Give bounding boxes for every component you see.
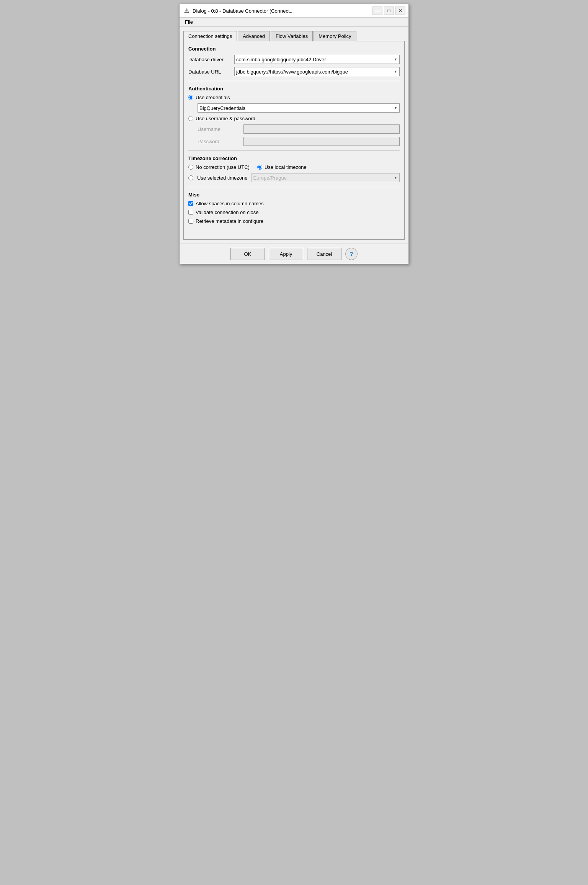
tab-flow-variables[interactable]: Flow Variables bbox=[271, 31, 313, 41]
file-menu[interactable]: File bbox=[183, 18, 195, 26]
database-url-select-wrapper: jdbc:bigquery://https://www.googleapis.c… bbox=[234, 67, 400, 76]
cancel-button[interactable]: Cancel bbox=[307, 248, 341, 260]
database-driver-label: Database driver bbox=[188, 57, 234, 62]
tab-panel: Connection Database driver com.simba.goo… bbox=[183, 41, 405, 240]
database-driver-row: Database driver com.simba.googlebigquery… bbox=[188, 55, 400, 64]
use-selected-timezone-row: Use selected timezone Europe/Prague bbox=[188, 173, 400, 182]
close-button[interactable]: ✕ bbox=[395, 7, 405, 15]
database-url-row: Database URL jdbc:bigquery://https://www… bbox=[188, 67, 400, 76]
retrieve-metadata-checkbox[interactable] bbox=[188, 219, 193, 224]
use-selected-radio[interactable] bbox=[188, 175, 193, 180]
timezone-options-row: No correction (use UTC) Use local timezo… bbox=[188, 164, 400, 170]
database-driver-select[interactable]: com.simba.googlebigquery.jdbc42.Driver bbox=[234, 55, 400, 64]
no-correction-label[interactable]: No correction (use UTC) bbox=[196, 164, 250, 170]
retrieve-metadata-row: Retrieve metadata in configure bbox=[188, 218, 400, 224]
ok-button[interactable]: OK bbox=[230, 248, 265, 260]
tab-memory-policy[interactable]: Memory Policy bbox=[314, 31, 356, 41]
no-correction-row: No correction (use UTC) bbox=[188, 164, 250, 170]
credentials-select[interactable]: BigQueryCredentials bbox=[198, 103, 400, 113]
use-local-label[interactable]: Use local timezone bbox=[265, 164, 307, 170]
window-controls: — □ ✕ bbox=[372, 7, 405, 15]
connection-section-label: Connection bbox=[188, 46, 400, 52]
title-bar: ⚠ Dialog - 0:8 - Database Connector (Con… bbox=[180, 4, 408, 18]
minimize-button[interactable]: — bbox=[372, 7, 382, 15]
use-credentials-label[interactable]: Use credentials bbox=[196, 95, 230, 100]
use-username-password-label[interactable]: Use username & password bbox=[196, 116, 255, 121]
username-password-section: Username Password bbox=[198, 124, 400, 146]
database-url-label: Database URL bbox=[188, 69, 234, 75]
retrieve-metadata-label[interactable]: Retrieve metadata in configure bbox=[196, 218, 263, 224]
allow-spaces-checkbox[interactable] bbox=[188, 201, 193, 206]
allow-spaces-row: Allow spaces in column names bbox=[188, 201, 400, 206]
timezone-select-wrapper: Europe/Prague bbox=[252, 173, 400, 182]
validate-connection-checkbox[interactable] bbox=[188, 210, 193, 215]
username-input[interactable] bbox=[243, 124, 400, 134]
tab-advanced[interactable]: Advanced bbox=[238, 31, 270, 41]
password-input[interactable] bbox=[243, 137, 400, 146]
auth-section-label: Authentication bbox=[188, 86, 400, 92]
window-title: Dialog - 0:8 - Database Connector (Conne… bbox=[193, 8, 294, 14]
no-correction-radio[interactable] bbox=[188, 165, 193, 170]
use-username-password-row: Use username & password bbox=[188, 116, 400, 121]
use-credentials-row: Use credentials bbox=[188, 95, 400, 100]
database-driver-select-wrapper: com.simba.googlebigquery.jdbc42.Driver bbox=[234, 55, 400, 64]
main-window: ⚠ Dialog - 0:8 - Database Connector (Con… bbox=[179, 4, 409, 264]
title-bar-left: ⚠ Dialog - 0:8 - Database Connector (Con… bbox=[183, 7, 294, 15]
tab-bar: Connection settings Advanced Flow Variab… bbox=[183, 31, 405, 41]
timezone-select[interactable]: Europe/Prague bbox=[252, 173, 400, 182]
bottom-buttons: OK Apply Cancel ? bbox=[180, 244, 408, 264]
use-local-row: Use local timezone bbox=[257, 164, 307, 170]
allow-spaces-label[interactable]: Allow spaces in column names bbox=[196, 201, 264, 206]
menu-bar: File bbox=[180, 18, 408, 27]
warning-icon: ⚠ bbox=[183, 7, 190, 15]
validate-connection-label[interactable]: Validate connection on close bbox=[196, 209, 259, 215]
username-label: Username bbox=[198, 126, 243, 132]
main-content: Connection settings Advanced Flow Variab… bbox=[180, 27, 408, 244]
misc-section-label: Misc bbox=[188, 192, 400, 198]
help-button[interactable]: ? bbox=[345, 248, 358, 260]
credentials-select-wrapper: BigQueryCredentials bbox=[198, 103, 400, 113]
username-row: Username bbox=[198, 124, 400, 134]
validate-connection-row: Validate connection on close bbox=[188, 209, 400, 215]
use-username-password-radio[interactable] bbox=[188, 116, 193, 121]
divider-3 bbox=[188, 187, 400, 187]
maximize-button[interactable]: □ bbox=[384, 7, 394, 15]
tab-connection-settings[interactable]: Connection settings bbox=[183, 31, 237, 41]
apply-button[interactable]: Apply bbox=[269, 248, 303, 260]
use-local-radio[interactable] bbox=[257, 165, 262, 170]
credentials-select-container: BigQueryCredentials bbox=[198, 103, 400, 113]
password-label: Password bbox=[198, 139, 243, 144]
use-selected-label[interactable]: Use selected timezone bbox=[197, 175, 248, 181]
use-credentials-radio[interactable] bbox=[188, 95, 193, 100]
database-url-select[interactable]: jdbc:bigquery://https://www.googleapis.c… bbox=[234, 67, 400, 76]
divider-1 bbox=[188, 81, 400, 81]
timezone-section-label: Timezone correction bbox=[188, 155, 400, 161]
password-row: Password bbox=[198, 137, 400, 146]
divider-2 bbox=[188, 150, 400, 151]
